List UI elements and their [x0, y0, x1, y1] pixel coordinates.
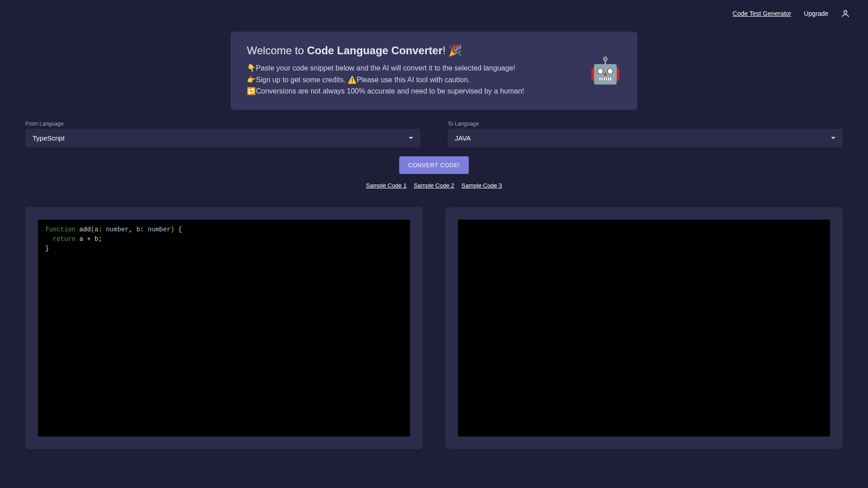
code-token: function: [45, 226, 75, 233]
welcome-content: Welcome to Code Language Converter! 🎉 👇P…: [247, 44, 576, 97]
header-nav: Code Test Generator Upgrade: [0, 0, 868, 27]
to-language-label: To Language: [448, 121, 843, 127]
code-token: (: [91, 226, 94, 233]
code-token: number: [148, 226, 170, 233]
code-token: number: [106, 226, 128, 233]
language-selects-row: From Language TypeScript To Language JAV…: [0, 121, 868, 147]
code-token: add: [75, 226, 91, 233]
code-token: a + b;: [75, 235, 102, 243]
sample-links-row: Sample Code 1 Sample Code 2 Sample Code …: [0, 182, 868, 189]
robot-icon: 🤖: [590, 58, 621, 83]
welcome-title-prefix: Welcome to: [247, 44, 307, 56]
code-token: }: [45, 245, 49, 252]
nav-code-test-generator[interactable]: Code Test Generator: [733, 10, 792, 17]
code-token: [45, 235, 53, 243]
sample-code-2-link[interactable]: Sample Code 2: [414, 182, 454, 189]
nav-upgrade[interactable]: Upgrade: [804, 10, 828, 17]
sample-code-1-link[interactable]: Sample Code 1: [366, 182, 407, 189]
code-token: {: [175, 226, 182, 233]
source-code-editor[interactable]: function add(a: number, b: number) { ret…: [38, 220, 410, 436]
svg-point-0: [844, 10, 847, 14]
source-code-panel: function add(a: number, b: number) { ret…: [25, 207, 423, 449]
chevron-down-icon: [831, 137, 835, 139]
code-token: ): [170, 226, 174, 233]
code-token: ,: [129, 226, 137, 233]
welcome-title: Welcome to Code Language Converter! 🎉: [247, 44, 576, 57]
code-token: :: [99, 226, 106, 233]
welcome-line-3: 🔁Conversions are not always 100% accurat…: [247, 85, 576, 97]
to-language-group: To Language JAVA: [448, 121, 843, 147]
code-token: return: [53, 235, 75, 243]
welcome-line-2: 👉Sign up to get some credits. ⚠️Please u…: [247, 74, 576, 86]
from-language-select[interactable]: TypeScript: [25, 129, 420, 147]
welcome-line-1: 👇Paste your code snippet below and the A…: [247, 62, 576, 74]
user-icon[interactable]: [841, 9, 850, 18]
from-language-value: TypeScript: [33, 134, 65, 142]
welcome-title-suffix: ! 🎉: [443, 44, 462, 56]
welcome-card: Welcome to Code Language Converter! 🎉 👇P…: [231, 32, 637, 110]
to-language-value: JAVA: [455, 134, 471, 142]
sample-code-3-link[interactable]: Sample Code 3: [462, 182, 502, 189]
code-token: a: [94, 226, 98, 233]
from-language-label: From Language: [25, 121, 420, 127]
output-code-editor[interactable]: [458, 220, 830, 436]
convert-code-button[interactable]: CONVERT CODE!: [399, 156, 469, 174]
from-language-group: From Language TypeScript: [25, 121, 420, 147]
chevron-down-icon: [409, 137, 413, 139]
welcome-title-bold: Code Language Converter: [307, 44, 443, 56]
code-token: :: [140, 226, 148, 233]
to-language-select[interactable]: JAVA: [448, 129, 843, 147]
code-token: b: [137, 226, 140, 233]
output-code-panel: [445, 207, 843, 449]
welcome-text: 👇Paste your code snippet below and the A…: [247, 62, 576, 97]
code-panels-row: function add(a: number, b: number) { ret…: [0, 207, 868, 449]
